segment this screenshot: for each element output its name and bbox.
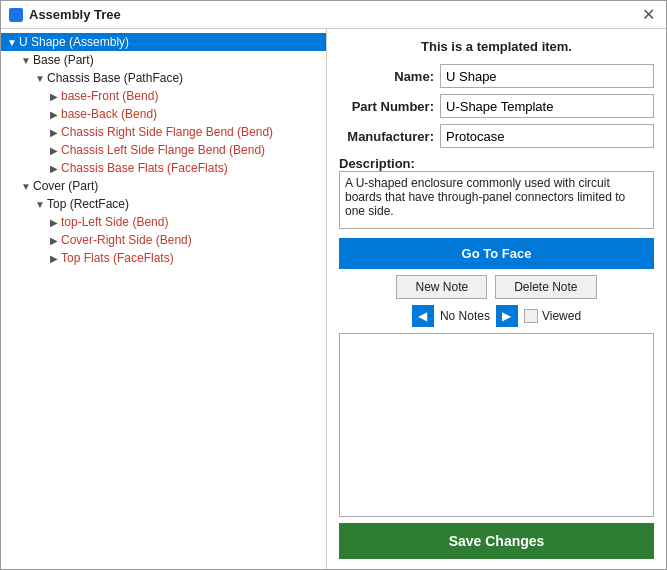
close-button[interactable]: ✕ [638, 5, 658, 25]
tree-label: Chassis Base (PathFace) [47, 71, 183, 85]
tree-toggle: ▶ [47, 215, 61, 229]
manufacturer-label: Manufacturer: [339, 129, 434, 144]
description-label: Description: [339, 156, 654, 171]
description-section: Description: [339, 154, 654, 232]
tree-toggle: ▼ [19, 179, 33, 193]
tree-label: Chassis Right Side Flange Bend (Bend) [61, 125, 273, 139]
viewed-row: Viewed [524, 309, 581, 323]
no-notes-label: No Notes [440, 309, 490, 323]
tree-item-top-rectface[interactable]: ▼Top (RectFace) [1, 195, 326, 213]
delete-note-button[interactable]: Delete Note [495, 275, 596, 299]
tree-item-chassis-right[interactable]: ▶Chassis Right Side Flange Bend (Bend) [1, 123, 326, 141]
main-content: ▼U Shape (Assembly)▼Base (Part)▼Chassis … [1, 29, 666, 569]
templated-label: This is a templated item. [339, 39, 654, 54]
tree-item-base-front[interactable]: ▶base-Front (Bend) [1, 87, 326, 105]
main-window: Assembly Tree ✕ ▼U Shape (Assembly)▼Base… [0, 0, 667, 570]
detail-panel: This is a templated item. Name: Part Num… [327, 29, 666, 569]
tree-toggle: ▼ [5, 35, 19, 49]
name-row: Name: [339, 64, 654, 88]
tree-toggle: ▶ [47, 143, 61, 157]
tree-label: top-Left Side (Bend) [61, 215, 168, 229]
tree-label: Top Flats (FaceFlats) [61, 251, 174, 265]
tree-label: base-Front (Bend) [61, 89, 158, 103]
next-note-button[interactable]: ▶ [496, 305, 518, 327]
assembly-tree-panel: ▼U Shape (Assembly)▼Base (Part)▼Chassis … [1, 29, 327, 569]
tree-label: Cover (Part) [33, 179, 98, 193]
window-title: Assembly Tree [29, 7, 121, 22]
note-buttons-row: New Note Delete Note [339, 275, 654, 299]
tree-toggle: ▼ [33, 197, 47, 211]
title-bar-left: Assembly Tree [9, 7, 121, 22]
manufacturer-input[interactable] [440, 124, 654, 148]
tree-item-top-flats[interactable]: ▶Top Flats (FaceFlats) [1, 249, 326, 267]
tree-item-base-part[interactable]: ▼Base (Part) [1, 51, 326, 69]
tree-label: Base (Part) [33, 53, 94, 67]
tree-item-u-shape-assembly[interactable]: ▼U Shape (Assembly) [1, 33, 326, 51]
tree-label: Cover-Right Side (Bend) [61, 233, 192, 247]
tree-item-chassis-left[interactable]: ▶Chassis Left Side Flange Bend (Bend) [1, 141, 326, 159]
name-input[interactable] [440, 64, 654, 88]
tree-toggle: ▶ [47, 107, 61, 121]
title-bar: Assembly Tree ✕ [1, 1, 666, 29]
tree-toggle: ▼ [19, 53, 33, 67]
tree-item-cover-right-side[interactable]: ▶Cover-Right Side (Bend) [1, 231, 326, 249]
tree-toggle: ▼ [33, 71, 47, 85]
part-number-label: Part Number: [339, 99, 434, 114]
tree-toggle: ▶ [47, 233, 61, 247]
tree-toggle: ▶ [47, 125, 61, 139]
tree-item-chassis-base[interactable]: ▼Chassis Base (PathFace) [1, 69, 326, 87]
tree-toggle: ▶ [47, 251, 61, 265]
tree-label: Chassis Left Side Flange Bend (Bend) [61, 143, 265, 157]
viewed-label: Viewed [542, 309, 581, 323]
tree-label: Chassis Base Flats (FaceFlats) [61, 161, 228, 175]
part-number-input[interactable] [440, 94, 654, 118]
viewed-checkbox[interactable] [524, 309, 538, 323]
tree-toggle: ▶ [47, 161, 61, 175]
tree-item-chassis-base-flats[interactable]: ▶Chassis Base Flats (FaceFlats) [1, 159, 326, 177]
note-textarea[interactable] [339, 333, 654, 517]
notes-nav-row: ◀ No Notes ▶ Viewed [339, 305, 654, 327]
tree-label: Top (RectFace) [47, 197, 129, 211]
tree-label: base-Back (Bend) [61, 107, 157, 121]
tree-item-base-back[interactable]: ▶base-Back (Bend) [1, 105, 326, 123]
manufacturer-row: Manufacturer: [339, 124, 654, 148]
tree-label: U Shape (Assembly) [19, 35, 129, 49]
tree-item-top-left-side[interactable]: ▶top-Left Side (Bend) [1, 213, 326, 231]
part-number-row: Part Number: [339, 94, 654, 118]
name-label: Name: [339, 69, 434, 84]
tree-item-cover-part[interactable]: ▼Cover (Part) [1, 177, 326, 195]
save-changes-button[interactable]: Save Changes [339, 523, 654, 559]
new-note-button[interactable]: New Note [396, 275, 487, 299]
description-textarea[interactable] [339, 171, 654, 229]
goto-face-button[interactable]: Go To Face [339, 238, 654, 269]
prev-note-button[interactable]: ◀ [412, 305, 434, 327]
tree-toggle: ▶ [47, 89, 61, 103]
window-icon [9, 8, 23, 22]
